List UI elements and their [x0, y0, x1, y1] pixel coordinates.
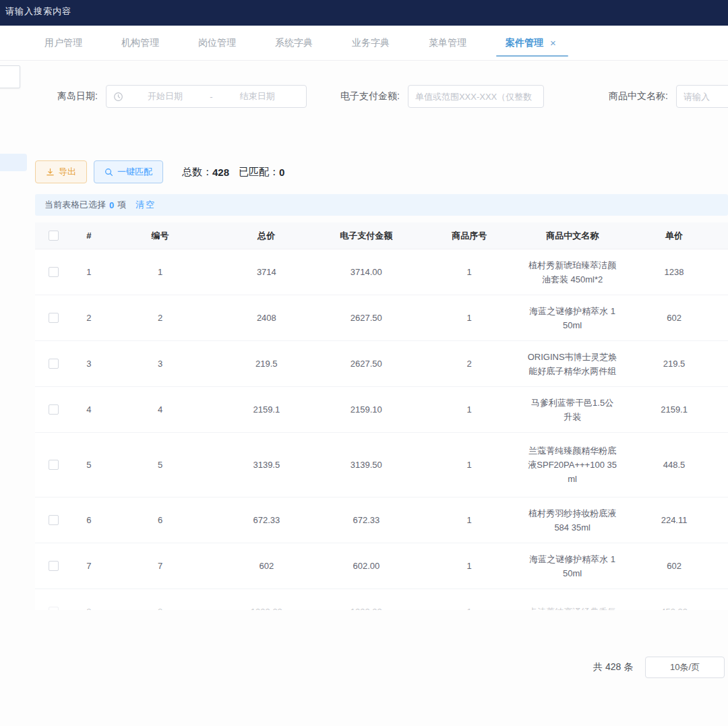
row-checkbox-cell	[35, 313, 72, 323]
cell-seq: 1	[414, 598, 524, 610]
cell-unit: 448.5	[620, 451, 728, 479]
cell-total: 219.5	[214, 350, 318, 377]
cell-epay: 672.33	[318, 506, 414, 534]
end-date-placeholder[interactable]: 结束日期	[216, 90, 299, 102]
export-button-label: 导出	[59, 166, 76, 178]
table-row: 33219.52627.502ORIGINS韦博士灵芝焕能好底子精华水两件组21…	[35, 341, 728, 387]
tab-label: 业务字典	[352, 37, 390, 49]
row-checkbox[interactable]	[49, 607, 59, 610]
cell-seq: 2	[414, 350, 524, 377]
cell-name: ORIGINS韦博士灵芝焕能好底子精华水两件组	[524, 343, 620, 385]
one-click-match-button[interactable]: 一键匹配	[94, 160, 163, 183]
export-button[interactable]: 导出	[35, 160, 87, 183]
cell-total: 602	[214, 552, 318, 580]
cell-seq: 1	[414, 451, 524, 479]
column-header-code: 编号	[106, 230, 215, 242]
filter-row: 离岛日期: 开始日期 - 结束日期 电子支付金额: 商品中文名称:	[0, 85, 728, 112]
cell-epay: 3139.50	[318, 451, 414, 479]
row-checkbox-cell	[35, 460, 72, 470]
row-checkbox[interactable]	[49, 359, 59, 369]
cell-code: 7	[106, 552, 215, 580]
tab-2[interactable]: 岗位管理	[194, 26, 240, 61]
cell-seq: 1	[414, 304, 524, 332]
tab-close-icon[interactable]: ×	[550, 37, 556, 49]
tab-bar: 用户管理机构管理岗位管理系统字典业务字典菜单管理案件管理×	[0, 26, 728, 61]
row-checkbox-cell	[35, 607, 72, 610]
cell-epay: 2159.10	[318, 396, 414, 423]
date-separator: -	[207, 92, 215, 102]
row-checkbox[interactable]	[49, 267, 59, 277]
tab-label: 用户管理	[44, 37, 82, 49]
cell-total: 3714	[214, 258, 318, 286]
total-label: 总数：	[182, 166, 212, 179]
table-row: 1137143714.001植村秀新琥珀臻萃洁颜油套装 450ml*21238	[35, 249, 728, 295]
cell-idx: 5	[72, 451, 105, 479]
top-header-bar: 请输入搜索内容	[0, 0, 728, 26]
row-checkbox[interactable]	[49, 515, 59, 525]
cell-idx: 6	[72, 506, 105, 534]
select-all-checkbox[interactable]	[49, 231, 59, 241]
row-checkbox[interactable]	[49, 460, 59, 470]
date-range-picker[interactable]: 开始日期 - 结束日期	[106, 85, 307, 108]
pagination-total: 共 428 条	[593, 661, 633, 673]
row-checkbox-cell	[35, 561, 72, 571]
cell-total: 1333.33	[214, 598, 318, 610]
cell-idx: 4	[72, 396, 105, 423]
tab-1[interactable]: 机构管理	[117, 26, 163, 61]
tab-label: 案件管理	[506, 37, 543, 49]
cell-unit: 1238	[620, 258, 728, 286]
tab-5[interactable]: 菜单管理	[425, 26, 471, 61]
cell-code: 2	[106, 304, 215, 332]
toolbar: 导出 一键匹配 总数： 428 已匹配： 0	[35, 160, 284, 183]
selection-suffix: 项	[117, 199, 126, 211]
row-checkbox[interactable]	[49, 404, 59, 415]
row-checkbox[interactable]	[49, 313, 59, 323]
tab-6[interactable]: 案件管理×	[502, 26, 560, 61]
row-checkbox-cell	[35, 267, 72, 277]
clear-selection-link[interactable]: 清空	[135, 199, 156, 211]
column-header-name: 商品中文名称	[524, 230, 620, 242]
cell-unit: 602	[620, 552, 728, 580]
tab-0[interactable]: 用户管理	[40, 26, 86, 61]
product-name-filter-label: 商品中文名称:	[609, 90, 668, 102]
page-size-value: 10条/页	[670, 661, 700, 673]
tab-label: 机构管理	[121, 37, 159, 49]
table-row: 442159.12159.101马爹利蓝带干邑1.5公升装2159.1	[35, 387, 728, 433]
pagination: 共 428 条 10条/页	[593, 657, 725, 678]
cell-idx: 1	[72, 258, 105, 286]
total-value: 428	[212, 167, 229, 178]
cell-unit: 602	[620, 304, 728, 332]
cell-code: 5	[106, 451, 215, 479]
clock-icon	[113, 92, 123, 102]
cell-name: 植村秀羽纱持妆粉底液 584 35ml	[524, 500, 620, 541]
clipped-left-highlight	[0, 154, 27, 171]
table-row: 881333.331333.331卡诗菁纯亮泽经典香氛453.33	[35, 589, 728, 610]
tab-4[interactable]: 业务字典	[348, 26, 394, 61]
tab-3[interactable]: 系统字典	[271, 26, 317, 61]
product-name-input[interactable]	[676, 85, 728, 108]
cell-idx: 8	[72, 598, 105, 610]
matched-label: 已匹配：	[239, 166, 279, 179]
global-search-input[interactable]: 请输入搜索内容	[5, 5, 71, 18]
cell-name: 植村秀新琥珀臻萃洁颜油套装 450ml*2	[524, 251, 620, 293]
date-filter-label: 离岛日期:	[57, 90, 98, 102]
tab-label: 菜单管理	[429, 37, 466, 49]
cell-epay: 3714.00	[318, 258, 414, 286]
cell-total: 672.33	[214, 506, 318, 534]
cell-code: 4	[106, 396, 215, 423]
table-body: 1137143714.001植村秀新琥珀臻萃洁颜油套装 450ml*212382…	[35, 249, 728, 610]
download-icon	[46, 168, 55, 177]
cell-idx: 3	[72, 350, 105, 377]
cell-epay: 602.00	[318, 552, 414, 580]
table-row: 553139.53139.501兰蔻菁纯臻颜精华粉底液SPF20PA+++100…	[35, 433, 728, 497]
amount-input[interactable]	[408, 85, 544, 108]
tab-label: 岗位管理	[198, 37, 236, 49]
cell-code: 6	[106, 506, 215, 534]
start-date-placeholder[interactable]: 开始日期	[123, 90, 207, 102]
cell-name: 马爹利蓝带干邑1.5公升装	[524, 389, 620, 431]
page-size-select[interactable]: 10条/页	[645, 657, 725, 678]
cell-epay: 1333.33	[318, 598, 414, 610]
row-checkbox[interactable]	[49, 561, 59, 571]
column-header-total: 总价	[214, 230, 318, 242]
cell-epay: 2627.50	[318, 350, 414, 377]
